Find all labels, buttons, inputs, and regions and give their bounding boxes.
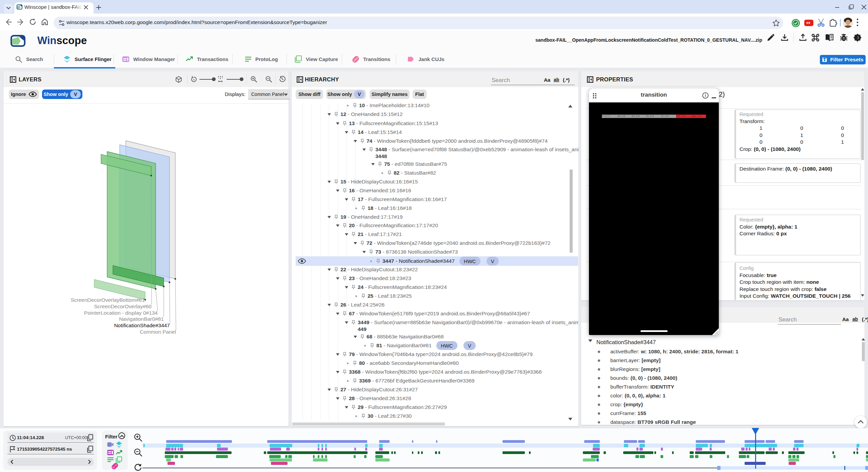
svg-text:NotificationShade#3447: NotificationShade#3447	[114, 322, 170, 328]
svg-text:ScreenDecorOverlayBottom#61: ScreenDecorOverlayBottom#61	[71, 297, 145, 303]
svg-text:NavigationBar0#81: NavigationBar0#81	[119, 316, 164, 322]
svg-text:ScreenDecorOverlay#60: ScreenDecorOverlay#60	[94, 303, 152, 309]
svg-text:PointerLocation - display 0#13: PointerLocation - display 0#134	[84, 310, 158, 316]
svg-text:Common Panel: Common Panel	[140, 329, 176, 335]
